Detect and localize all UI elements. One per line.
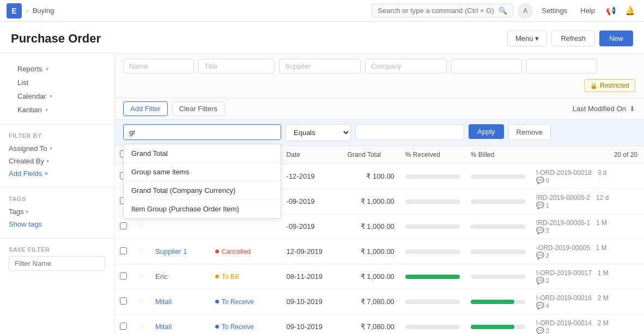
tags-item[interactable]: Tags ▾	[9, 205, 105, 218]
app-icon[interactable]: E	[7, 3, 22, 19]
filter-value-input[interactable]	[355, 124, 464, 140]
row-checkbox-cell	[114, 239, 132, 264]
sidebar-item-calendar[interactable]: Calendar ▾	[9, 89, 105, 103]
filter-created-by[interactable]: Created By ▾	[9, 155, 105, 167]
assigned-to-caret-icon: ▾	[50, 145, 52, 151]
row-checkbox[interactable]	[120, 297, 127, 305]
row-amount: ₹ 100.00	[342, 164, 399, 189]
extra2-search-input[interactable]	[526, 59, 597, 74]
sidebar-divider	[0, 124, 114, 125]
row-favorite-cell[interactable]: ♡	[132, 314, 150, 335]
menu-button[interactable]: Menu ▾	[507, 31, 548, 46]
filter-actions-row: Add Filter Clear Filters Last Modified O…	[114, 98, 644, 120]
save-filter-section: SAVE FILTER	[0, 242, 114, 275]
row-status: Cancelled	[205, 239, 281, 264]
sidebar-item-list[interactable]: List	[9, 76, 105, 89]
dropdown-item-item-group[interactable]: Item Group (Purchase Order Item)	[124, 200, 281, 218]
filter-input-wrap: Grand Total Group same items Grand Total…	[123, 124, 281, 140]
filter-assigned-to[interactable]: Assigned To ▾	[9, 142, 105, 155]
filter-by-title: FILTER BY	[9, 132, 105, 139]
filter-builder: Grand Total Group same items Grand Total…	[114, 120, 644, 146]
row-status: To Bill	[205, 264, 281, 289]
row-date: -12-2019	[281, 164, 342, 189]
page-title: Purchase Order	[11, 32, 101, 46]
row-billed	[465, 314, 531, 335]
row-age: 2 M	[598, 294, 609, 302]
apply-button[interactable]: Apply	[469, 124, 504, 139]
remove-button[interactable]: Remove	[508, 124, 551, 140]
row-name[interactable]: Mitali	[150, 289, 205, 314]
search-bar[interactable]: 🔍	[372, 4, 513, 17]
table-row: ♡ Mitali To Receive 09-10-2019 ₹ 7,080.0…	[114, 314, 644, 335]
avatar[interactable]: A	[518, 3, 533, 19]
show-tags-button[interactable]: Show tags	[9, 218, 105, 230]
filter-dropdown-menu: Grand Total Group same items Grand Total…	[123, 144, 281, 218]
dropdown-item-grand-total[interactable]: Grand Total	[124, 144, 281, 163]
row-date: 09-10-2019	[281, 314, 342, 335]
row-comments: 💬 0	[536, 177, 639, 184]
row-order-id: !-ORD-2019-00017	[536, 269, 592, 277]
help-button[interactable]: Help	[576, 4, 599, 17]
dropdown-item-grand-total-company[interactable]: Grand Total (Company Currency)	[124, 181, 281, 200]
row-age: 1 M	[598, 269, 609, 277]
row-checkbox-cell	[114, 264, 132, 289]
add-filter-button[interactable]: Add Filter	[123, 101, 168, 116]
row-billed	[465, 264, 531, 289]
main-content: 🔒 Restricted Add Filter Clear Filters La…	[114, 53, 644, 334]
status-badge: Cancelled	[211, 247, 255, 257]
row-name[interactable]: Supplier 1	[150, 239, 205, 264]
filter-equals-select[interactable]: Equals	[285, 124, 351, 141]
row-checkbox[interactable]	[120, 272, 127, 280]
search-input[interactable]	[378, 7, 495, 15]
filter-by-section: FILTER BY Assigned To ▾ Created By ▾ Add…	[0, 128, 114, 184]
row-order-id: !RD-2019-00005-2	[536, 194, 590, 202]
row-comments: 💬 2	[536, 327, 639, 334]
clear-filters-button[interactable]: Clear Filters	[172, 101, 224, 116]
title-search-input[interactable]	[198, 59, 275, 74]
dropdown-item-group-same[interactable]: Group same items	[124, 163, 281, 181]
row-amount: ₹ 1,000.00	[342, 214, 399, 239]
row-checkbox[interactable]	[120, 247, 127, 254]
th-grand-total[interactable]: Grand Total	[342, 146, 399, 164]
name-search-input[interactable]	[123, 59, 194, 74]
refresh-button[interactable]: Refresh	[551, 31, 595, 46]
page-header: Purchase Order Menu ▾ Refresh New	[0, 22, 644, 53]
announcement-icon[interactable]: 📢	[604, 4, 618, 18]
row-meta: !-ORD-2019-00016 2 M 💬 4	[531, 289, 644, 314]
save-filter-input[interactable]	[9, 256, 105, 271]
company-search-input[interactable]	[365, 59, 447, 74]
created-by-caret-icon: ▾	[46, 158, 49, 164]
sidebar-item-reports[interactable]: Reports ▾	[9, 62, 105, 76]
row-name[interactable]: Eric	[150, 264, 205, 289]
th-date[interactable]: Date	[281, 146, 342, 164]
notification-icon[interactable]: 🔔	[623, 4, 637, 18]
row-received	[400, 214, 465, 239]
filter-buttons: Add Filter Clear Filters	[123, 101, 224, 116]
table-row: ♡ Mitali To Receive 09-10-2019 ₹ 7,080.0…	[114, 289, 644, 314]
row-received	[400, 239, 465, 264]
filter-text-input[interactable]	[123, 124, 281, 140]
row-favorite-cell[interactable]: ♡	[132, 264, 150, 289]
calendar-caret-icon: ▾	[50, 93, 52, 99]
add-fields-button[interactable]: Add Fields +	[9, 167, 105, 180]
extra1-search-input[interactable]	[451, 59, 522, 74]
new-button[interactable]: New	[599, 31, 633, 46]
row-checkbox[interactable]	[120, 222, 127, 229]
row-name[interactable]: Mitali	[150, 314, 205, 335]
row-checkbox-cell	[114, 314, 132, 335]
row-favorite-cell[interactable]: ♡	[132, 289, 150, 314]
sidebar-item-kanban[interactable]: Kanban ▾	[9, 103, 105, 117]
sidebar-divider-2	[0, 187, 114, 188]
row-date: -09-2019	[281, 189, 342, 214]
row-checkbox[interactable]	[120, 323, 127, 330]
settings-button[interactable]: Settings	[537, 4, 572, 17]
th-billed[interactable]: % Billed	[465, 146, 531, 164]
search-icon: 🔍	[499, 7, 507, 15]
row-favorite-cell[interactable]: ♡	[132, 239, 150, 264]
th-received[interactable]: % Received	[400, 146, 465, 164]
restricted-badge[interactable]: 🔒 Restricted	[584, 79, 635, 92]
row-received	[400, 164, 465, 189]
supplier-search-input[interactable]	[279, 59, 361, 74]
sort-direction-icon[interactable]: ⬇	[629, 105, 635, 113]
row-order-id: !-ORD-2019-00018	[536, 169, 592, 177]
